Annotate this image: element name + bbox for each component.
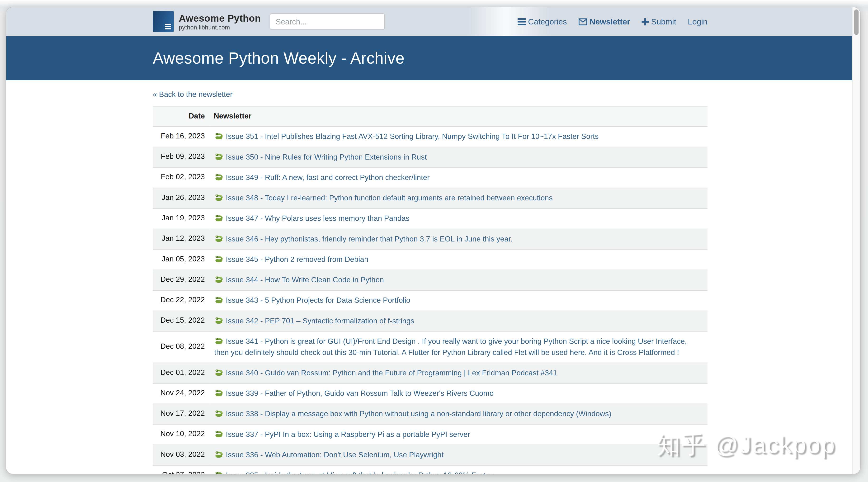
issue-link[interactable]: Issue 350 - Nine Rules for Writing Pytho… — [214, 152, 427, 161]
python-snake-icon — [214, 254, 224, 264]
python-snake-icon — [214, 172, 224, 182]
issue-date: Nov 17, 2022 — [153, 404, 209, 424]
logo-subtitle: python.libhunt.com — [179, 24, 261, 31]
nav-login[interactable]: Login — [688, 17, 708, 26]
table-row: Dec 01, 2022Issue 340 - Guido van Rossum… — [153, 363, 708, 383]
issue-date: Dec 08, 2022 — [153, 331, 209, 363]
hero-banner: Awesome Python Weekly - Archive — [6, 36, 860, 81]
issue-link[interactable]: Issue 340 - Guido van Rossum: Python and… — [214, 368, 557, 377]
issue-link[interactable]: Issue 347 - Why Polars uses less memory … — [214, 214, 409, 222]
issue-title: Issue 337 - PyPI In a box: Using a Raspb… — [226, 430, 470, 438]
issue-date: Oct 27, 2022 — [153, 465, 209, 474]
page-content: « Back to the newsletter Date Newsletter… — [6, 80, 860, 474]
table-row: Nov 17, 2022Issue 338 - Display a messag… — [153, 404, 708, 424]
nav-submit[interactable]: Submit — [642, 17, 676, 26]
issue-link[interactable]: Issue 351 - Intel Publishes Blazing Fast… — [214, 132, 598, 140]
python-snake-icon — [214, 367, 224, 377]
scrollbar-track[interactable] — [852, 7, 860, 474]
issue-title: Issue 336 - Web Automation: Don't Use Se… — [226, 450, 443, 459]
issue-link[interactable]: Issue 342 - PEP 701 – Syntactic formaliz… — [214, 317, 414, 325]
issue-title: Issue 346 - Hey pythonistas, friendly re… — [226, 234, 513, 243]
issue-title: Issue 350 - Nine Rules for Writing Pytho… — [226, 152, 427, 161]
issue-date: Jan 05, 2023 — [153, 249, 209, 270]
issue-title: Issue 349 - Ruff: A new, fast and correc… — [226, 173, 430, 181]
issue-link[interactable]: Issue 343 - 5 Python Projects for Data S… — [214, 296, 410, 304]
table-row: Nov 10, 2022Issue 337 - PyPI In a box: U… — [153, 424, 708, 445]
browser-page-window: Awesome Python python.libhunt.com Catego… — [6, 7, 860, 474]
envelope-icon — [579, 18, 587, 25]
issue-title: Issue 338 - Display a message box with P… — [226, 409, 611, 418]
python-snake-icon — [214, 336, 224, 345]
logo-title: Awesome Python — [179, 12, 261, 24]
search-input[interactable] — [270, 13, 385, 30]
issue-title: Issue 345 - Python 2 removed from Debian — [226, 255, 368, 263]
issue-link[interactable]: Issue 336 - Web Automation: Don't Use Se… — [214, 450, 443, 459]
issue-title: Issue 347 - Why Polars uses less memory … — [226, 214, 409, 222]
table-row: Dec 08, 2022Issue 341 - Python is great … — [153, 331, 708, 363]
issue-title: Issue 339 - Father of Python, Guido van … — [226, 389, 494, 397]
site-header: Awesome Python python.libhunt.com Catego… — [6, 7, 860, 36]
issue-title: Issue 351 - Intel Publishes Blazing Fast… — [226, 132, 598, 140]
python-snake-icon — [214, 315, 224, 325]
python-snake-icon — [214, 295, 224, 305]
issue-link[interactable]: Issue 339 - Father of Python, Guido van … — [214, 389, 494, 397]
nav-categories[interactable]: Categories — [518, 17, 567, 26]
python-snake-icon — [214, 409, 224, 418]
column-header-newsletter: Newsletter — [209, 107, 707, 126]
table-row: Jan 26, 2023Issue 348 - Today I re-learn… — [153, 188, 708, 208]
page-title: Awesome Python Weekly - Archive — [153, 49, 405, 67]
python-snake-icon — [214, 388, 224, 397]
logo-square-icon — [153, 11, 174, 32]
plus-icon — [642, 18, 649, 25]
issue-link[interactable]: Issue 335 - Inside the team at Microsoft… — [214, 471, 492, 474]
issue-date: Nov 24, 2022 — [153, 383, 209, 403]
issue-title: Issue 335 - Inside the team at Microsoft… — [226, 471, 492, 474]
python-snake-icon — [214, 429, 224, 439]
python-snake-icon — [214, 213, 224, 223]
main-nav: Categories Newsletter Submit Login — [518, 7, 708, 36]
python-snake-icon — [214, 152, 224, 161]
column-header-date: Date — [153, 107, 209, 126]
table-row: Nov 03, 2022Issue 336 - Web Automation: … — [153, 445, 708, 465]
nav-newsletter[interactable]: Newsletter — [579, 17, 630, 26]
table-header-row: Date Newsletter — [153, 107, 708, 126]
menu-icon — [518, 18, 526, 25]
issue-title: Issue 343 - 5 Python Projects for Data S… — [226, 296, 410, 304]
issue-title: Issue 342 - PEP 701 – Syntactic formaliz… — [226, 317, 414, 325]
issue-date: Feb 02, 2023 — [153, 167, 209, 188]
issue-date: Feb 09, 2023 — [153, 147, 209, 167]
issue-link[interactable]: Issue 344 - How To Write Clean Code in P… — [214, 275, 384, 284]
table-row: Oct 27, 2022Issue 335 - Inside the team … — [153, 465, 708, 474]
table-row: Dec 15, 2022Issue 342 - PEP 701 – Syntac… — [153, 310, 708, 331]
issue-link[interactable]: Issue 349 - Ruff: A new, fast and correc… — [214, 173, 430, 181]
issue-link[interactable]: Issue 348 - Today I re-learned: Python f… — [214, 193, 553, 202]
issue-title: Issue 344 - How To Write Clean Code in P… — [226, 275, 384, 284]
issue-title: Issue 341 - Python is great for GUI (UI)… — [214, 337, 687, 356]
scrollbar-thumb[interactable] — [854, 9, 859, 35]
issue-link[interactable]: Issue 341 - Python is great for GUI (UI)… — [214, 337, 687, 356]
table-row: Jan 12, 2023Issue 346 - Hey pythonistas,… — [153, 229, 708, 249]
issue-date: Nov 10, 2022 — [153, 424, 209, 445]
issue-link[interactable]: Issue 338 - Display a message box with P… — [214, 409, 611, 418]
issue-title: Issue 348 - Today I re-learned: Python f… — [226, 193, 553, 202]
python-snake-icon — [214, 234, 224, 243]
issue-date: Feb 16, 2023 — [153, 126, 209, 147]
newsletter-table-body: Feb 16, 2023Issue 351 - Intel Publishes … — [153, 126, 708, 474]
newsletter-archive-table: Date Newsletter Feb 16, 2023Issue 351 - … — [153, 107, 708, 474]
python-snake-icon — [214, 192, 224, 202]
python-snake-icon — [214, 470, 224, 474]
table-row: Feb 02, 2023Issue 349 - Ruff: A new, fas… — [153, 167, 708, 188]
issue-date: Nov 03, 2022 — [153, 445, 209, 465]
python-snake-icon — [214, 131, 224, 141]
issue-link[interactable]: Issue 346 - Hey pythonistas, friendly re… — [214, 234, 513, 243]
site-logo[interactable]: Awesome Python python.libhunt.com — [153, 11, 261, 32]
issue-link[interactable]: Issue 345 - Python 2 removed from Debian — [214, 255, 368, 263]
table-row: Jan 19, 2023Issue 347 - Why Polars uses … — [153, 208, 708, 229]
python-snake-icon — [214, 274, 224, 284]
issue-link[interactable]: Issue 337 - PyPI In a box: Using a Raspb… — [214, 430, 470, 438]
issue-date: Jan 19, 2023 — [153, 208, 209, 229]
issue-date: Dec 01, 2022 — [153, 363, 209, 383]
back-to-newsletter-link[interactable]: « Back to the newsletter — [153, 90, 233, 100]
issue-date: Dec 22, 2022 — [153, 290, 209, 310]
table-row: Jan 05, 2023Issue 345 - Python 2 removed… — [153, 249, 708, 270]
